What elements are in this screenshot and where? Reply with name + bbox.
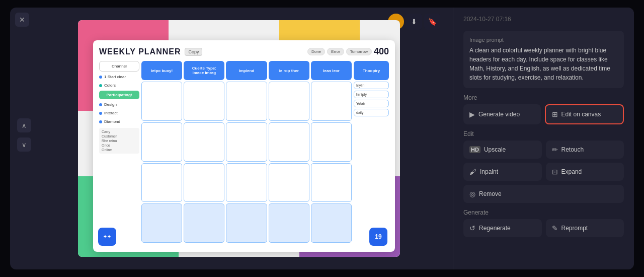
- regenerate-button[interactable]: ↺ Regenerate: [463, 219, 542, 237]
- day-cell-2-3: [184, 163, 224, 202]
- day-cell-4-2: [269, 122, 309, 162]
- remove-label: Remove: [479, 190, 502, 197]
- retouch-button[interactable]: ✏ Retouch: [546, 141, 624, 159]
- last-day-header: Thoopiry: [354, 61, 389, 80]
- day-cell-4-1: [269, 82, 309, 121]
- channel-button[interactable]: Channel: [99, 61, 139, 72]
- list-item-label-4: Interact: [104, 111, 118, 115]
- tag-done: Done: [307, 48, 325, 55]
- participating-badge: Participating!: [99, 91, 139, 99]
- sub-section: Carry Customer Rhe reina Once Online: [99, 128, 139, 154]
- day-cell-2-1: [184, 82, 224, 121]
- list-item-5: Diamond: [99, 118, 139, 125]
- download-icon: ⬇: [411, 18, 417, 26]
- retouch-icon: ✏: [552, 146, 558, 154]
- list-item-label-5: Diamond: [104, 119, 120, 124]
- generate-section: Generate ↺ Regenerate ✎ Reprompt: [463, 209, 624, 237]
- inpaint-icon: 🖌: [469, 168, 476, 176]
- last-cell-1: Inylin: [354, 82, 389, 89]
- edit-on-canvas-button[interactable]: ⊞ Edit on canvas: [545, 104, 624, 124]
- planner-title: WEEKLY PLANNER: [99, 47, 181, 56]
- day-cell-1-4: [141, 203, 182, 243]
- planner-image: WEEKLY PLANNER Copy Done Error Tomorrow …: [78, 20, 400, 257]
- sub-label-carry: Carry: [101, 129, 138, 134]
- timestamp-label: 2024-10-27 07:16: [463, 16, 624, 23]
- day-cell-2-2: [184, 122, 224, 162]
- planner-card: WEEKLY PLANNER Copy Done Error Tomorrow …: [93, 40, 395, 252]
- day-col-2: Cuerte Type:Imece Imreg: [184, 61, 224, 243]
- regenerate-icon: ↺: [469, 224, 475, 232]
- last-cell-4: daily: [354, 109, 389, 116]
- list-item-4: Interact: [99, 110, 139, 116]
- upscale-button[interactable]: HD Upscale: [463, 141, 542, 159]
- sub-label-customer: Customer: [101, 134, 138, 138]
- hd-icon: HD: [469, 146, 480, 153]
- edit-section: Edit HD Upscale ✏ Retouch 🖌 Inpaint: [463, 130, 624, 203]
- day-cell-3-3: [226, 163, 267, 202]
- planner-tags: Done Error Tomorrow 400: [307, 46, 389, 57]
- planner-header: WEEKLY PLANNER Copy Done Error Tomorrow …: [99, 46, 389, 57]
- planner-day-grid: letpo buoy! Cuerte Type:Imece Imreg: [141, 61, 352, 243]
- last-day-col: Thoopiry Inylin hrnipty Yetair daily: [354, 61, 389, 243]
- prompt-text: A clean and colorful weekly planner with…: [469, 46, 618, 82]
- day-col-3: Implend: [226, 61, 267, 243]
- remove-icon: ◎: [469, 190, 475, 198]
- more-section-label: More: [463, 94, 624, 101]
- dot-blue-icon-4: [99, 120, 102, 123]
- day-cell-4-4: [269, 203, 309, 243]
- day-header-3: Implend: [226, 61, 267, 80]
- planner-body: Channel 1 Start clear Colors Participati…: [99, 61, 389, 243]
- reprompt-button[interactable]: ✎ Reprompt: [546, 219, 624, 237]
- planner-background: WEEKLY PLANNER Copy Done Error Tomorrow …: [78, 20, 400, 257]
- sub-label-once: Once: [101, 143, 138, 148]
- generate-section-label: Generate: [463, 209, 624, 216]
- download-button[interactable]: ⬇: [406, 14, 422, 30]
- day-cell-1-3: [141, 163, 182, 202]
- expand-label: Expand: [561, 168, 582, 175]
- inpaint-button[interactable]: 🖌 Inpaint: [463, 163, 542, 181]
- dot-blue-icon: [99, 76, 102, 79]
- last-cell-3: Yetair: [354, 100, 389, 107]
- remove-button[interactable]: ◎ Remove: [463, 185, 624, 203]
- bookmark-button[interactable]: 🔖: [424, 14, 440, 30]
- badge-left: ✦✦: [98, 228, 116, 246]
- planner-count: 400: [374, 46, 389, 57]
- generate-video-button[interactable]: ▶ Generate video: [463, 104, 541, 124]
- regenerate-label: Regenerate: [479, 225, 511, 232]
- modal-container: ✕ ∧ ∨ ··· ⬇ 🔖: [10, 8, 634, 269]
- badge-right: 19: [369, 228, 387, 246]
- prompt-box: Image prompt A clean and colorful weekly…: [463, 31, 624, 88]
- close-icon: ✕: [19, 16, 25, 24]
- dot-blue-icon-3: [99, 112, 102, 115]
- day-cell-3-4: [226, 203, 267, 243]
- image-panel: ··· ⬇ 🔖: [10, 8, 453, 269]
- day-header-2: Cuerte Type:Imece Imreg: [184, 61, 224, 80]
- day-header-1: letpo buoy!: [141, 61, 182, 80]
- day-cell-3-2: [226, 122, 267, 162]
- generate-action-row: ↺ Regenerate ✎ Reprompt: [463, 219, 624, 237]
- upscale-label: Upscale: [484, 146, 506, 153]
- close-button[interactable]: ✕: [15, 13, 29, 27]
- day-col-5: lean leor: [311, 61, 352, 243]
- edit-action-row: HD Upscale ✏ Retouch 🖌 Inpaint ⊡ Expand: [463, 141, 624, 203]
- day-col-1: letpo buoy!: [141, 61, 182, 243]
- video-icon: ▶: [469, 110, 475, 118]
- day-header-4: le rop ther: [269, 61, 309, 80]
- modal-overlay: ✕ ∧ ∨ ··· ⬇ 🔖: [0, 0, 644, 277]
- dot-blue-icon-2: [99, 103, 102, 106]
- day-cell-3-1: [226, 82, 267, 121]
- dot-teal-icon: [99, 84, 102, 87]
- list-item-1: 1 Start clear: [99, 74, 139, 80]
- day-cell-4-3: [269, 163, 309, 202]
- retouch-label: Retouch: [561, 146, 584, 153]
- list-item-2: Colors: [99, 82, 139, 89]
- sub-label-online: Online: [101, 148, 138, 152]
- day-cell-1-2: [141, 122, 182, 162]
- expand-button[interactable]: ⊡ Expand: [546, 163, 624, 181]
- reprompt-icon: ✎: [552, 224, 558, 232]
- list-item-label-3: Design: [104, 102, 117, 107]
- more-section: More ▶ Generate video ⊞ Edit on canvas: [463, 94, 624, 124]
- day-cell-5-2: [311, 122, 352, 162]
- bookmark-icon: 🔖: [428, 18, 437, 26]
- planner-copy-button[interactable]: Copy: [185, 48, 202, 56]
